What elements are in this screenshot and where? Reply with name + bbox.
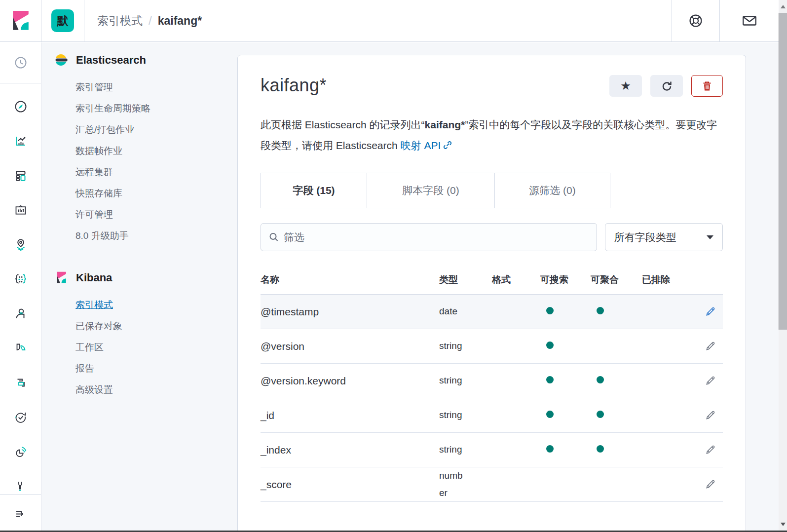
field-name: _id	[261, 410, 439, 421]
menu-item-报告[interactable]: 报告	[75, 358, 232, 379]
nav-dev-tools-button[interactable]	[13, 479, 29, 494]
searchable-indicator	[540, 307, 591, 316]
elasticsearch-logo-icon	[55, 53, 68, 67]
nav-dashboard-button[interactable]	[13, 168, 29, 184]
teal-dot-icon	[597, 376, 604, 383]
refresh-fields-button[interactable]	[650, 75, 683, 97]
kibana-menu-group: Kibana 索引模式已保存对象工作区报告高级设置	[55, 271, 232, 400]
menu-item-高级设置[interactable]: 高级设置	[75, 379, 232, 400]
edit-field-button[interactable]	[705, 375, 716, 386]
menu-item-快照存储库[interactable]: 快照存储库	[75, 183, 232, 204]
breadcrumb-index-patterns[interactable]: 索引模式	[97, 13, 143, 29]
tab-源筛选 (0)[interactable]: 源筛选 (0)	[494, 173, 610, 208]
mapping-api-link[interactable]: 映射 API	[401, 140, 453, 151]
space-badge[interactable]: 默	[51, 9, 74, 32]
breadcrumb-current: kaifang*	[158, 14, 202, 28]
teal-dot-icon	[597, 411, 604, 418]
delete-index-pattern-button[interactable]	[691, 75, 723, 97]
dev-tools-icon	[13, 479, 28, 494]
window-scrollbar[interactable]	[779, 0, 787, 531]
field-type: string	[439, 338, 492, 354]
scroll-down-icon	[781, 523, 786, 526]
star-icon: ★	[620, 80, 631, 92]
column-header-类型: 类型	[439, 273, 492, 286]
menu-item-8.0 升级助手[interactable]: 8.0 升级助手	[75, 225, 232, 246]
tab-字段 (15)[interactable]: 字段 (15)	[261, 173, 367, 208]
teal-dot-icon	[546, 376, 554, 383]
menu-item-工作区[interactable]: 工作区	[75, 337, 232, 358]
edit-field-button[interactable]	[705, 479, 716, 490]
set-default-button[interactable]: ★	[609, 75, 642, 97]
field-type: string	[439, 441, 492, 458]
link-chain-icon	[443, 140, 452, 150]
menu-item-远程集群[interactable]: 远程集群	[75, 161, 232, 183]
nav-apm-button[interactable]	[13, 375, 29, 391]
page-description: 此页根据 Elasticsearch 的记录列出“kaifang*”索引中的每个…	[261, 114, 723, 156]
kibana-logo[interactable]	[0, 0, 41, 41]
field-tabs: 字段 (15)脚本字段 (0)源筛选 (0)	[261, 173, 723, 208]
nav-metrics-button[interactable]	[13, 444, 29, 460]
menu-item-索引模式[interactable]: 索引模式	[75, 294, 232, 315]
nav-observability-button[interactable]	[13, 341, 29, 356]
teal-dot-icon	[546, 342, 554, 349]
field-name: _score	[261, 479, 439, 491]
field-type-dropdown[interactable]: 所有字段类型	[605, 223, 723, 251]
filter-input[interactable]	[284, 231, 589, 243]
pencil-icon	[705, 306, 716, 317]
field-name: @version.keyword	[261, 375, 439, 387]
top-bar: 默 索引模式 / kaifang*	[0, 0, 779, 42]
canvas-icon	[13, 203, 28, 218]
kibana-logo-icon	[9, 9, 32, 32]
field-row-@version.keyword: @version.keywordstring	[261, 364, 723, 398]
graph-icon	[13, 306, 28, 321]
pencil-icon	[705, 410, 716, 421]
nav-machine-learning-button[interactable]	[13, 271, 29, 287]
teal-dot-icon	[546, 307, 554, 314]
column-header-可搜索: 可搜索	[540, 273, 591, 286]
metrics-icon	[13, 445, 28, 459]
nav-visualize-button[interactable]	[13, 133, 29, 149]
scrollbar-thumb[interactable]	[779, 13, 787, 330]
observability-icon	[13, 341, 28, 356]
help-button[interactable]	[672, 0, 719, 41]
column-header-格式: 格式	[492, 273, 540, 286]
trash-icon	[701, 80, 713, 92]
edit-field-button[interactable]	[705, 306, 716, 317]
menu-item-许可管理[interactable]: 许可管理	[75, 204, 232, 225]
menu-item-索引生命周期策略[interactable]: 索引生命周期策略	[75, 98, 232, 119]
field-row-_id: _idstring	[261, 398, 723, 433]
nav-uptime-button[interactable]	[13, 410, 29, 425]
scroll-down-button[interactable]	[779, 518, 787, 531]
uptime-icon	[13, 410, 28, 425]
menu-item-索引管理[interactable]: 索引管理	[75, 76, 232, 98]
field-actions	[691, 444, 723, 456]
nav-discover-button[interactable]	[13, 99, 29, 114]
app-navigation-rail	[0, 42, 41, 531]
aggregatable-indicator	[591, 445, 642, 455]
field-row-@version: @versionstring	[261, 329, 723, 364]
edit-field-button[interactable]	[705, 341, 716, 352]
newsfeed-button[interactable]	[719, 0, 779, 41]
nav-maps-button[interactable]	[13, 237, 29, 253]
nav-canvas-button[interactable]	[13, 202, 29, 218]
collapse-nav-button[interactable]	[13, 506, 29, 522]
tab-脚本字段 (0)[interactable]: 脚本字段 (0)	[367, 173, 495, 208]
edit-field-button[interactable]	[705, 444, 716, 456]
searchable-indicator	[540, 411, 591, 420]
menu-item-汇总/打包作业[interactable]: 汇总/打包作业	[75, 119, 232, 140]
menu-item-数据帧作业[interactable]: 数据帧作业	[75, 140, 232, 161]
field-actions	[691, 341, 723, 352]
page-title: kaifang*	[261, 75, 327, 96]
collapse-menu-icon	[13, 507, 28, 522]
recently-viewed-button[interactable]	[13, 55, 29, 71]
nav-graph-button[interactable]	[13, 306, 29, 322]
edit-field-button[interactable]	[705, 410, 716, 421]
field-type: number	[439, 467, 492, 501]
description-pattern: kaifang*	[425, 119, 465, 130]
teal-dot-icon	[546, 411, 554, 418]
recent-clock-icon	[13, 55, 28, 70]
menu-item-已保存对象[interactable]: 已保存对象	[75, 315, 232, 337]
field-row-@timestamp: @timestampdate	[261, 295, 723, 329]
scroll-up-button[interactable]	[779, 0, 787, 13]
content-area: Elasticsearch 索引管理索引生命周期策略汇总/打包作业数据帧作业远程…	[42, 42, 779, 531]
